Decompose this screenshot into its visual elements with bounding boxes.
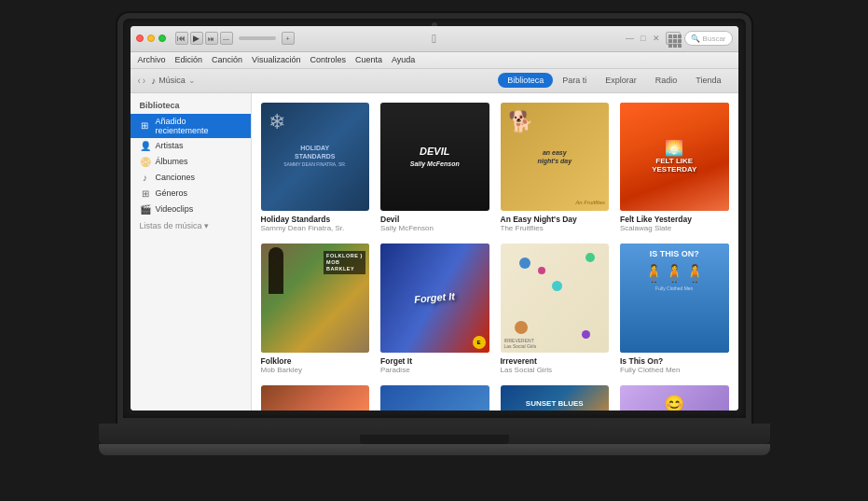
album-grid-area: HOLIDAYSTANDARDSSAMMY DEAN FINATRA, SR. … bbox=[252, 93, 738, 411]
back-arrow[interactable]: ‹ bbox=[138, 76, 141, 86]
isthis-cover-text: IS THIS ON? bbox=[650, 249, 699, 259]
recently-added-icon: ⊞ bbox=[140, 120, 151, 131]
sidebar-item-songs[interactable]: ♪ Canciones bbox=[131, 170, 251, 186]
playlists-section[interactable]: Listas de música ▾ bbox=[131, 217, 251, 232]
tab-biblioteca[interactable]: Biblioteca bbox=[498, 73, 553, 88]
album-cover-isthis: IS THIS ON? 🧍🧍🧍 Fully Clothed Men bbox=[620, 244, 729, 353]
sidebar-item-label-recently: Añadido recientemente bbox=[155, 117, 241, 135]
album-folklore[interactable]: FOLKLORE }MOBBARKLEY Folklore Mob Barkle… bbox=[261, 244, 370, 374]
album-title-easynight: An Easy Night's Day bbox=[501, 215, 610, 224]
album-holiday-standards[interactable]: HOLIDAYSTANDARDSSAMMY DEAN FINATRA, SR. … bbox=[261, 103, 370, 233]
sidebar-item-videoclips[interactable]: 🎬 Videoclips bbox=[131, 202, 251, 217]
album-felt[interactable]: 🌅 FELT LIKEYESTERDAY Felt Like Yesterday… bbox=[620, 103, 729, 233]
sidebar-item-genres[interactable]: ⊞ Géneros bbox=[131, 186, 251, 202]
album-partial2[interactable] bbox=[380, 385, 489, 411]
sidebar-item-label-songs: Canciones bbox=[156, 173, 196, 182]
menu-edicion[interactable]: Edición bbox=[175, 55, 203, 64]
album-cover-felt: 🌅 FELT LIKEYESTERDAY bbox=[620, 103, 729, 212]
sidebar-item-recently-added[interactable]: ⊞ Añadido recientemente bbox=[131, 114, 251, 138]
menu-cuenta[interactable]: Cuenta bbox=[355, 55, 382, 64]
nav-arrows: ‹ › bbox=[138, 76, 146, 86]
maximize-win-button[interactable]: □ bbox=[638, 34, 649, 43]
menu-controles[interactable]: Controles bbox=[310, 55, 346, 64]
folklore-text-overlay: FOLKLORE }MOBBARKLEY bbox=[324, 251, 365, 274]
album-artist-devil: Sally McFenson bbox=[380, 224, 489, 232]
close-button[interactable] bbox=[136, 35, 144, 42]
genres-icon: ⊞ bbox=[140, 188, 151, 199]
dot1 bbox=[519, 257, 530, 269]
album-is-this-on[interactable]: IS THIS ON? 🧍🧍🧍 Fully Clothed Men Is Thi… bbox=[620, 244, 729, 374]
tab-explorar[interactable]: Explorar bbox=[596, 73, 646, 88]
album-devil[interactable]: DEVILSally McFenson Devil Sally McFenson bbox=[380, 103, 489, 233]
dot4 bbox=[515, 321, 528, 334]
album-cover-partial2 bbox=[380, 385, 489, 411]
album-irreverent[interactable]: IRREVERENTLas Social Girls Irreverent La… bbox=[501, 244, 610, 374]
album-easy-night[interactable]: An Fruitflies an easynight's day 🐕 An Ea… bbox=[501, 103, 610, 233]
laptop-frame: ⏮ ▶ ⏭ — +  — □ ✕ bbox=[71, 13, 798, 489]
volume-down[interactable]: — bbox=[220, 32, 233, 45]
traffic-lights bbox=[136, 35, 166, 42]
album-artist-holiday: Sammy Dean Finatra, Sr. bbox=[261, 224, 370, 232]
minimize-button[interactable] bbox=[147, 35, 155, 42]
main-content: Biblioteca ⊞ Añadido recientemente 👤 Art… bbox=[131, 93, 738, 411]
volume-slider[interactable] bbox=[239, 36, 276, 40]
dot6 bbox=[552, 281, 562, 291]
partial3-text: SUNSET BLUES bbox=[526, 399, 584, 408]
nav-bar: ‹ › ♪ Música ⌄ Biblioteca Para ti Explor… bbox=[131, 69, 738, 93]
album-title-irreverent: Irreverent bbox=[501, 356, 610, 366]
dot2 bbox=[538, 267, 545, 274]
felt-cover-text: FELT LIKEYESTERDAY bbox=[652, 157, 696, 174]
album-partial1[interactable] bbox=[261, 385, 370, 411]
album-artist-felt: Scalawag Slate bbox=[620, 224, 729, 232]
videoclips-icon: 🎬 bbox=[140, 204, 151, 215]
itunes-window: ⏮ ▶ ⏭ — +  — □ ✕ bbox=[131, 26, 738, 411]
album-grid: HOLIDAYSTANDARDSSAMMY DEAN FINATRA, SR. … bbox=[261, 103, 729, 411]
menu-visualizacion[interactable]: Visualización bbox=[252, 55, 300, 64]
album-forget-it[interactable]: Forget It E Forget It Paradise bbox=[380, 244, 489, 374]
album-title-devil: Devil bbox=[380, 215, 489, 224]
forward-arrow[interactable]: › bbox=[143, 76, 145, 86]
tab-tienda[interactable]: Tienda bbox=[686, 73, 730, 88]
devil-cover-text: DEVILSally McFenson bbox=[410, 146, 460, 168]
minimize-win-button[interactable]: — bbox=[625, 34, 636, 43]
search-box[interactable]: 🔍 Buscar bbox=[684, 31, 733, 46]
next-button[interactable]: ⏭ bbox=[205, 32, 218, 45]
menu-cancion[interactable]: Canción bbox=[212, 55, 242, 64]
tab-para-ti[interactable]: Para ti bbox=[553, 73, 596, 88]
search-input[interactable]: Buscar bbox=[703, 35, 726, 43]
album-partial4[interactable]: 😊 bbox=[620, 385, 729, 411]
play-button[interactable]: ▶ bbox=[190, 32, 203, 45]
album-cover-devil: DEVILSally McFenson bbox=[380, 103, 489, 212]
close-win-button[interactable]: ✕ bbox=[651, 34, 662, 43]
album-cover-forget: Forget It E bbox=[380, 244, 489, 353]
prev-button[interactable]: ⏮ bbox=[175, 32, 188, 45]
album-title-holiday: Holiday Standards bbox=[261, 215, 370, 224]
nav-dropdown-icon[interactable]: ⌄ bbox=[188, 76, 196, 85]
artists-icon: 👤 bbox=[140, 141, 151, 151]
sidebar-item-albums[interactable]: 📀 Álbumes bbox=[131, 154, 251, 170]
dot5 bbox=[582, 330, 590, 339]
album-artist-isthis: Fully Clothed Men bbox=[620, 366, 729, 374]
tab-radio[interactable]: Radio bbox=[646, 73, 687, 88]
album-title-isthis: Is This On? bbox=[620, 356, 729, 366]
album-partial3[interactable]: SUNSET BLUES bbox=[501, 385, 610, 411]
album-cover-easynight: An Fruitflies an easynight's day 🐕 bbox=[501, 103, 610, 212]
grid-view-button[interactable] bbox=[666, 32, 681, 45]
titlebar: ⏮ ▶ ⏭ — +  — □ ✕ bbox=[131, 26, 738, 52]
irreverent-label: IRREVERENTLas Social Girls bbox=[504, 338, 537, 349]
volume-up[interactable]: + bbox=[282, 32, 295, 45]
easynight-cover-text: an easynight's day bbox=[537, 148, 572, 165]
isthis-subtitle: Fully Clothed Men bbox=[655, 285, 693, 291]
albums-icon: 📀 bbox=[140, 157, 151, 167]
sidebar-item-artists[interactable]: 👤 Artistas bbox=[131, 138, 251, 154]
toolbar-right: — □ ✕ 🔍 Buscar bbox=[625, 31, 733, 46]
album-artist-easynight: The Fruitflies bbox=[501, 224, 610, 232]
laptop-bottom-bar bbox=[99, 444, 770, 455]
isthis-figure: 🧍🧍🧍 bbox=[643, 263, 705, 284]
sidebar-section-title: Biblioteca bbox=[131, 99, 251, 114]
folklore-figure bbox=[269, 247, 283, 294]
screen-frame: ⏮ ▶ ⏭ — +  — □ ✕ bbox=[117, 13, 751, 424]
menu-ayuda[interactable]: Ayuda bbox=[392, 55, 415, 64]
menu-archivo[interactable]: Archivo bbox=[138, 55, 166, 64]
maximize-button[interactable] bbox=[158, 35, 166, 42]
